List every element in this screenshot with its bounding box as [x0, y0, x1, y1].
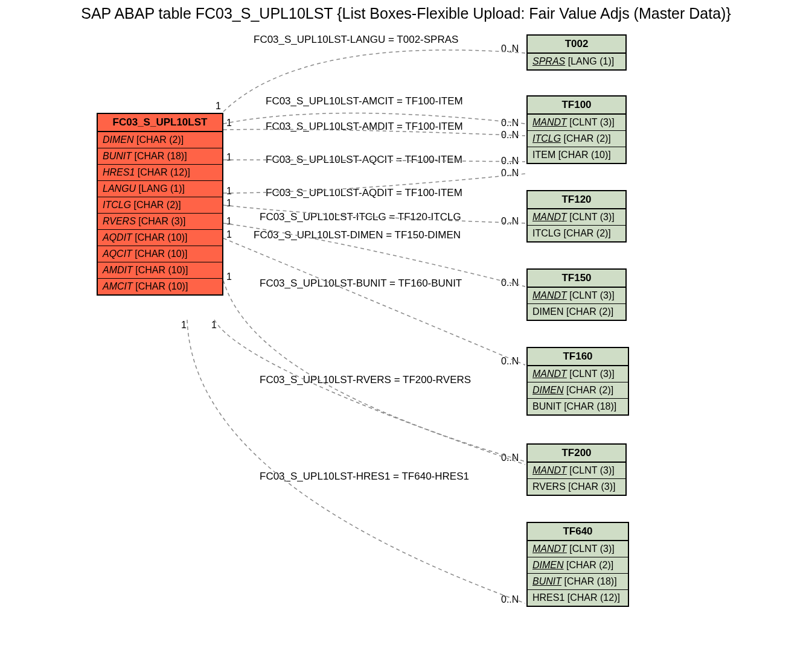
- edge-label: FC03_S_UPL10LST-AMCIT = TF100-ITEM: [266, 95, 463, 107]
- entity-tf200: TF200 MANDT [CLNT (3)] RVERS [CHAR (3)]: [526, 443, 627, 496]
- entity-header: T002: [528, 36, 625, 54]
- entity-field: ITCLG [CHAR (2)]: [528, 131, 625, 147]
- cardinality-right: 0..N: [501, 452, 519, 463]
- cardinality-left: 1: [226, 152, 232, 163]
- edge-label: FC03_S_UPL10LST-AQCIT = TF100-ITEM: [266, 154, 462, 166]
- entity-main-field: HRES1 [CHAR (12)]: [98, 165, 222, 181]
- entity-field: ITEM [CHAR (10)]: [528, 147, 625, 163]
- entity-main: FC03_S_UPL10LST DIMEN [CHAR (2)] BUNIT […: [97, 113, 223, 296]
- entity-main-header: FC03_S_UPL10LST: [98, 114, 222, 132]
- entity-tf640: TF640 MANDT [CLNT (3)] DIMEN [CHAR (2)] …: [526, 522, 629, 607]
- entity-field: MANDT [CLNT (3)]: [528, 288, 625, 304]
- entity-header: TF150: [528, 270, 625, 288]
- entity-main-field: AQCIT [CHAR (10)]: [98, 246, 222, 262]
- edge-label: FC03_S_UPL10LST-LANGU = T002-SPRAS: [254, 34, 458, 46]
- edge-label: FC03_S_UPL10LST-BUNIT = TF160-BUNIT: [260, 278, 462, 290]
- cardinality-left: 1: [226, 118, 232, 128]
- entity-field: MANDT [CLNT (3)]: [528, 541, 628, 557]
- cardinality-left: 1: [226, 216, 232, 227]
- cardinality-right: 0..N: [501, 168, 519, 179]
- entity-main-field: AQDIT [CHAR (10)]: [98, 230, 222, 246]
- edge-label: FC03_S_UPL10LST-AMDIT = TF100-ITEM: [266, 121, 463, 133]
- entity-header: TF100: [528, 97, 625, 115]
- edge-label: FC03_S_UPL10LST-AQDIT = TF100-ITEM: [266, 187, 462, 199]
- cardinality-right: 0..N: [501, 278, 519, 288]
- edge-label: FC03_S_UPL10LST-DIMEN = TF150-DIMEN: [254, 229, 461, 241]
- entity-field: HRES1 [CHAR (12)]: [528, 590, 628, 606]
- edge-label: FC03_S_UPL10LST-RVERS = TF200-RVERS: [260, 374, 471, 386]
- entity-header: TF640: [528, 523, 628, 541]
- entity-field: BUNIT [CHAR (18)]: [528, 574, 628, 590]
- entity-main-field: ITCLG [CHAR (2)]: [98, 197, 222, 214]
- cardinality-right: 0..N: [501, 216, 519, 227]
- entity-field: MANDT [CLNT (3)]: [528, 115, 625, 131]
- entity-field: MANDT [CLNT (3)]: [528, 209, 625, 226]
- entity-field: DIMEN [CHAR (2)]: [528, 557, 628, 574]
- entity-field: DIMEN [CHAR (2)]: [528, 382, 628, 399]
- cardinality-right: 0..N: [501, 356, 519, 367]
- entity-main-field: RVERS [CHAR (3)]: [98, 214, 222, 230]
- entity-field: RVERS [CHAR (3)]: [528, 479, 625, 495]
- entity-tf150: TF150 MANDT [CLNT (3)] DIMEN [CHAR (2)]: [526, 268, 627, 321]
- cardinality-left: 1: [226, 198, 232, 209]
- entity-header: TF160: [528, 348, 628, 366]
- entity-main-field: LANGU [LANG (1)]: [98, 181, 222, 197]
- entity-header: TF120: [528, 191, 625, 209]
- cardinality-left: 1: [226, 271, 232, 282]
- cardinality-right: 0..N: [501, 594, 519, 605]
- cardinality-left: 1: [181, 320, 187, 331]
- edge-label: FC03_S_UPL10LST-ITCLG = TF120-ITCLG: [260, 211, 461, 223]
- cardinality-right: 0..N: [501, 118, 519, 128]
- entity-header: TF200: [528, 445, 625, 463]
- entity-main-field: AMDIT [CHAR (10)]: [98, 262, 222, 279]
- diagram-title: SAP ABAP table FC03_S_UPL10LST {List Box…: [0, 5, 812, 22]
- entity-field: DIMEN [CHAR (2)]: [528, 304, 625, 320]
- cardinality-right: 0..N: [501, 43, 519, 54]
- edge-label: FC03_S_UPL10LST-HRES1 = TF640-HRES1: [260, 471, 469, 483]
- entity-field: BUNIT [CHAR (18)]: [528, 399, 628, 414]
- cardinality-left: 1: [226, 229, 232, 240]
- cardinality-left: 1: [216, 101, 221, 112]
- entity-main-field: DIMEN [CHAR (2)]: [98, 132, 222, 148]
- entity-tf100: TF100 MANDT [CLNT (3)] ITCLG [CHAR (2)] …: [526, 95, 627, 164]
- cardinality-left: 1: [211, 320, 217, 331]
- entity-main-field: AMCIT [CHAR (10)]: [98, 279, 222, 294]
- entity-field: ITCLG [CHAR (2)]: [528, 226, 625, 241]
- cardinality-left: 1: [226, 186, 232, 197]
- cardinality-right: 0..N: [501, 130, 519, 141]
- entity-tf120: TF120 MANDT [CLNT (3)] ITCLG [CHAR (2)]: [526, 190, 627, 243]
- entity-field: MANDT [CLNT (3)]: [528, 463, 625, 479]
- entity-main-field: BUNIT [CHAR (18)]: [98, 148, 222, 165]
- entity-t002: T002 SPRAS [LANG (1)]: [526, 34, 627, 71]
- entity-field: SPRAS [LANG (1)]: [528, 54, 625, 69]
- entity-tf160: TF160 MANDT [CLNT (3)] DIMEN [CHAR (2)] …: [526, 347, 629, 416]
- cardinality-right: 0..N: [501, 156, 519, 167]
- entity-field: MANDT [CLNT (3)]: [528, 366, 628, 382]
